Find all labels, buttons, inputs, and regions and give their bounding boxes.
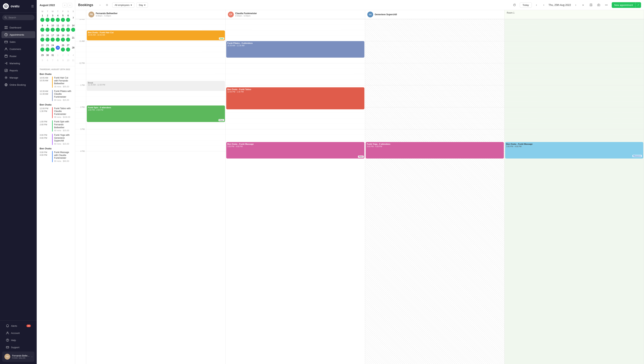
appt-block-tattoo[interactable]: Ben Ovatu - Funki Tattoo 12:00 PM - 1:30… [226, 87, 364, 109]
sidebar-item-appointments[interactable]: Appointments [2, 31, 35, 38]
cal-day[interactable]: 3 [50, 13, 55, 23]
cal-day[interactable]: 13 [66, 23, 70, 33]
cal-day[interactable]: 15 [40, 33, 45, 42]
user-name: Fernando Bellwether [12, 354, 30, 357]
online-booking-label: Online Booking [10, 84, 26, 86]
cal-day[interactable]: 2 [60, 53, 65, 58]
mini-calendar-next[interactable]: › [68, 3, 72, 7]
cal-day[interactable]: 6 [45, 58, 50, 63]
mini-calendar-prev[interactable]: ‹ [62, 3, 67, 7]
list-item[interactable]: 3:00 PM4:00 PM Funki Massage with Claudi… [40, 151, 72, 162]
time-slot [75, 68, 86, 74]
cal-day[interactable]: 11 [71, 58, 75, 63]
sidebar-item-online-booking[interactable]: Online Booking [2, 81, 35, 88]
cal-day[interactable]: 29 [40, 53, 45, 58]
cal-day[interactable]: 4 [56, 13, 60, 23]
cal-day[interactable]: 7 [50, 58, 55, 63]
cal-day[interactable]: 20 [66, 33, 70, 42]
sidebar-item-roster[interactable]: Roster [2, 53, 35, 60]
calendar-header: FB Fernando Bellwether 9:00am - 5:00pm C… [75, 10, 644, 19]
appt-block-pilates[interactable]: Funki Pilates - 0 attendees 10:30 AM - 1… [226, 41, 364, 58]
list-item[interactable]: 10:05 AM10:35 AM Funki Hair Cut with Fer… [40, 76, 72, 88]
sidebar-item-customers[interactable]: Customers [2, 46, 35, 52]
skip-forward-button[interactable]: » [580, 2, 586, 8]
new-appointment-button[interactable]: New appointment ✓ [612, 2, 641, 8]
cal-day[interactable]: 10 [66, 58, 70, 63]
back-icon[interactable]: ‹ [97, 2, 103, 8]
cal-day[interactable]: 1 [40, 13, 45, 23]
sidebar-item-dashboard[interactable]: Dashboard [2, 24, 35, 31]
cal-day[interactable]: 8 [56, 58, 60, 63]
employee-filter-dropdown[interactable]: All employees ▾ [112, 2, 134, 8]
cal-day[interactable]: 9 [45, 23, 50, 33]
cal-day[interactable]: 3 [66, 53, 70, 58]
sidebar-item-help[interactable]: Help [3, 337, 34, 344]
appt-block-room-massage[interactable]: Ben Ovatu - Funki Massage 3:00 PM - 4:00… [505, 142, 643, 158]
cal-day[interactable]: 30 [45, 53, 50, 58]
room-grid-col[interactable]: Ben Ovatu - Funki Massage 3:00 PM - 4:00… [504, 19, 644, 364]
appt-block-haircut[interactable]: Ben Ovatu - Funki Hair Cut 10:05 AM - 10… [87, 30, 225, 40]
time-label: 3 PM [80, 128, 84, 130]
cal-day[interactable]: 5 [40, 58, 45, 63]
cal-day[interactable]: 1 [56, 53, 60, 58]
appt-time: 1:00 PM2:00 PM [40, 120, 51, 126]
sidebar-item-alerts[interactable]: Alerts 34 [3, 322, 34, 329]
cal-day[interactable]: 2 [45, 13, 50, 23]
cal-day[interactable]: 8 [40, 23, 45, 33]
cal-day[interactable]: 28 [71, 43, 75, 52]
appt-block-spin[interactable]: Funki Spin - 0 attendees 1:00 PM - 2:00 … [87, 106, 225, 122]
search-box[interactable]: Search [2, 15, 34, 20]
cal-day[interactable]: 27 [66, 43, 70, 52]
cal-day[interactable]: 5 [60, 13, 65, 23]
sidebar-item-reports[interactable]: Reports [2, 67, 35, 74]
prev-day-button[interactable]: ‹ [534, 2, 539, 8]
more-options-icon[interactable]: ••• [603, 2, 610, 8]
sidebar-item-account[interactable]: Account [3, 330, 34, 336]
list-item[interactable]: 1:00 PM2:00 PM Funki Spin with Fernando … [40, 120, 72, 132]
list-item[interactable]: 3:00 PM4:00 PM Funki Yoga with Genevieve… [40, 134, 72, 145]
sidebar-item-manage[interactable]: Manage [2, 74, 35, 81]
cal-day[interactable]: 31 [50, 53, 55, 58]
cal-day[interactable]: 22 [40, 43, 45, 52]
sidebar-item-sales[interactable]: Sales [2, 38, 35, 45]
view-filter-dropdown[interactable]: Day ▾ [136, 2, 148, 8]
sidebar-item-marketing[interactable]: Marketing [2, 60, 35, 67]
appt-block-yoga-gen[interactable]: Funki Yoga - 0 attendees 3:00 PM - 4:00 … [366, 142, 504, 158]
cal-day[interactable]: 26 [60, 43, 65, 52]
camera-icon[interactable] [596, 2, 602, 8]
cal-day[interactable]: 21 [71, 33, 75, 42]
staff-grid-genevieve[interactable]: Funki Yoga - 0 attendees 3:00 PM - 4:00 … [365, 19, 504, 364]
cal-day[interactable]: 4 [71, 53, 75, 58]
sidebar-item-support[interactable]: Support [3, 344, 34, 351]
refresh-button[interactable] [511, 2, 518, 8]
cal-day[interactable]: 11 [56, 23, 60, 33]
filter-icon[interactable]: ⊡ [104, 2, 110, 8]
cal-day[interactable]: 16 [45, 33, 50, 42]
staff-grid-fernando[interactable]: Break 11:30 AM - 12:30 PM Ben Ovatu - Fu… [86, 19, 226, 364]
hamburger-icon[interactable]: ☰ [31, 4, 34, 8]
print-icon[interactable] [588, 2, 594, 8]
cal-day[interactable]: 25 [56, 43, 60, 52]
staff-grid-claudia[interactable]: Funki Pilates - 0 attendees 10:30 AM - 1… [226, 19, 365, 364]
new-appointment-dropdown-arrow[interactable]: ✓ [636, 2, 641, 8]
cal-day[interactable]: 14 [71, 23, 75, 33]
list-item[interactable]: 10:30 AM11:30 AM Funki Pilates with Clau… [40, 90, 72, 101]
cal-day[interactable]: 6 [66, 13, 70, 23]
cal-day[interactable]: 12 [60, 23, 65, 33]
cal-day[interactable]: 24 [50, 43, 55, 52]
grid-line [86, 41, 226, 41]
user-profile[interactable]: FB Fernando Bellwether FUNKI SALON › [2, 352, 34, 362]
appt-block-yoga[interactable]: Ben Ovatu - Funki Massage 3:00 PM - 4:00… [226, 142, 364, 158]
cal-day[interactable]: 10 [50, 23, 55, 33]
cal-day[interactable]: 9 [60, 58, 65, 63]
cal-day[interactable]: 17 [50, 33, 55, 42]
next-day-button[interactable]: › [541, 2, 546, 8]
cal-day[interactable]: 7 [71, 13, 75, 23]
today-button[interactable]: Today [520, 2, 532, 8]
list-item[interactable]: 12:00 PM1:30 PM Funki Tattoo with Claudi… [40, 107, 72, 118]
break-block[interactable]: Break 11:30 AM - 12:30 PM [87, 81, 225, 91]
next-period-button[interactable]: › [573, 2, 578, 8]
cal-day[interactable]: 18 [56, 33, 60, 42]
cal-day[interactable]: 23 [45, 43, 50, 52]
cal-day[interactable]: 19 [60, 33, 65, 42]
